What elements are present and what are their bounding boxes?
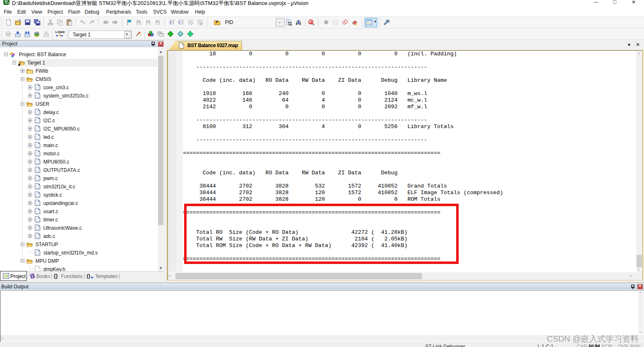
svg-text:?: ? [32, 276, 34, 278]
svg-text:LOAD: LOAD [55, 30, 65, 34]
svg-text:d: d [310, 20, 312, 24]
